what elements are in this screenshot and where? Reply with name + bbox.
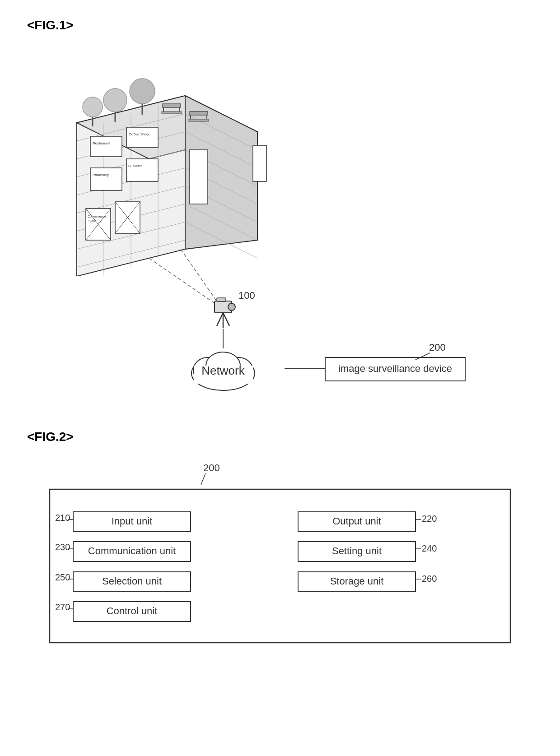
- svg-line-53: [149, 258, 221, 308]
- svg-text:Network: Network: [201, 364, 245, 377]
- svg-text:Storage unit: Storage unit: [330, 575, 384, 587]
- svg-line-58: [217, 313, 223, 326]
- svg-text:220: 220: [422, 514, 437, 524]
- svg-text:230: 230: [55, 542, 70, 552]
- svg-text:Control unit: Control unit: [107, 605, 158, 617]
- svg-text:270: 270: [55, 602, 70, 612]
- svg-line-75: [201, 473, 205, 485]
- svg-rect-57: [217, 298, 226, 301]
- svg-text:Input unit: Input unit: [112, 515, 153, 527]
- fig2-svg: 200 210 Input unit Output unit 220 230 C…: [27, 458, 533, 656]
- page-container: <FIG.1>: [0, 0, 560, 756]
- svg-point-56: [228, 303, 235, 311]
- fig2-label: <FIG.2>: [27, 430, 533, 444]
- svg-text:100: 100: [238, 290, 255, 301]
- svg-text:250: 250: [55, 572, 70, 582]
- svg-text:Communication unit: Communication unit: [88, 545, 176, 557]
- fig2-area: 200 210 Input unit Output unit 220 230 C…: [27, 458, 533, 658]
- svg-text:200: 200: [429, 342, 446, 353]
- svg-line-54: [181, 249, 221, 308]
- svg-text:200: 200: [203, 462, 220, 473]
- svg-text:Setting unit: Setting unit: [332, 545, 382, 557]
- svg-text:Output unit: Output unit: [332, 515, 381, 527]
- svg-text:260: 260: [422, 574, 437, 584]
- diagram-connections-svg: 100 Network image surveillance device: [27, 42, 533, 412]
- svg-text:240: 240: [422, 543, 437, 553]
- svg-line-60: [223, 313, 229, 326]
- svg-text:210: 210: [55, 513, 70, 523]
- fig1-label: <FIG.1>: [27, 18, 533, 32]
- svg-text:image surveillance device: image surveillance device: [338, 363, 452, 374]
- svg-text:Selection unit: Selection unit: [102, 575, 162, 587]
- fig1-area: Restaurant Coffee Shop Pharmacy B. Motor…: [27, 42, 533, 412]
